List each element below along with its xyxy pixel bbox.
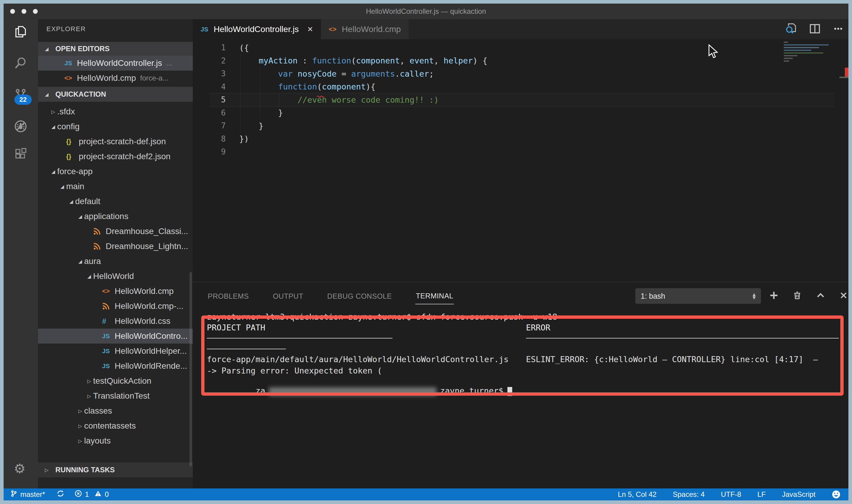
line-number: 3 xyxy=(193,69,226,78)
panel-tab-problems[interactable]: PROBLEMS xyxy=(207,287,249,304)
sync-status[interactable] xyxy=(57,489,64,500)
minimize-window-button[interactable] xyxy=(21,9,26,14)
problems-status[interactable]: 1 0 xyxy=(74,489,109,500)
tree-item[interactable]: Dreamhouse_Lightn... xyxy=(38,239,193,254)
tree-item[interactable]: Dreamhouse_Classi... xyxy=(38,224,193,239)
tree-item[interactable]: ▷.sfdx xyxy=(38,104,193,119)
more-actions-icon[interactable] xyxy=(832,22,844,37)
open-changes-icon[interactable] xyxy=(784,22,798,37)
line-number: 9 xyxy=(193,147,226,156)
chevron-expanded-icon[interactable]: ◢ xyxy=(49,124,57,130)
running-tasks-header[interactable]: ▷ RUNNING TASKS xyxy=(38,463,193,478)
line-number: 8 xyxy=(193,134,226,143)
kill-terminal-icon[interactable] xyxy=(793,291,802,301)
branch-status[interactable]: master* xyxy=(10,489,45,500)
search-icon[interactable] xyxy=(14,56,28,70)
open-editor-item[interactable]: JSHelloWorldController.js... xyxy=(38,56,193,71)
close-window-button[interactable] xyxy=(10,9,15,14)
file-label: project-scratch-def2.json xyxy=(79,152,171,161)
status-item[interactable]: JavaScript xyxy=(782,490,815,499)
code-line: 3 var nosyCode = arguments.caller; xyxy=(193,67,434,80)
settings-gear-icon[interactable]: ⚙ xyxy=(14,462,28,475)
tree-item[interactable]: ▷classes xyxy=(38,403,193,418)
extensions-icon[interactable] xyxy=(14,147,28,161)
chevron-expanded-icon[interactable]: ◢ xyxy=(76,214,84,219)
file-label: aura xyxy=(84,256,101,266)
js-icon: JS xyxy=(102,347,115,355)
code-editor[interactable]: 1({2 myAction : function(component, even… xyxy=(193,39,848,282)
feedback-smiley-icon[interactable] xyxy=(832,490,841,499)
tree-item[interactable]: JSHelloWorldContro... xyxy=(38,329,193,344)
debug-icon[interactable] xyxy=(14,120,28,133)
terminal-select[interactable]: 1: bash ▲▼ xyxy=(635,288,761,304)
chevron-expanded-icon[interactable]: ◢ xyxy=(85,273,93,279)
chevron-expanded-icon[interactable]: ◢ xyxy=(67,199,75,204)
chevron-collapsed-icon[interactable]: ▷ xyxy=(49,109,57,115)
tree-item[interactable]: HelloWorld.cmp-... xyxy=(38,299,193,314)
status-bar: master* 1 0 Ln 5, Col 42Spaces: 4UTF-8LF… xyxy=(4,488,848,500)
close-panel-icon[interactable] xyxy=(839,291,848,301)
overview-ruler-error-marker xyxy=(845,68,848,78)
sidebar-title: EXPLORER xyxy=(47,25,86,33)
scrollbar-slider[interactable] xyxy=(839,77,848,78)
chevron-collapsed-icon[interactable]: ▷ xyxy=(85,393,93,399)
chevron-collapsed-icon[interactable]: ▷ xyxy=(76,438,84,444)
chevron-collapsed-icon[interactable]: ▷ xyxy=(85,378,93,384)
file-tree: ▷.sfdx◢config{}project-scratch-def.json{… xyxy=(38,104,193,448)
editor-tab[interactable]: <>HelloWorld.cmp xyxy=(321,19,409,39)
open-editors-list: JSHelloWorldController.js...<>HelloWorld… xyxy=(38,56,193,86)
chevron-expanded-icon[interactable]: ◢ xyxy=(49,169,57,175)
split-editor-icon[interactable] xyxy=(808,22,821,37)
panel-tab-output[interactable]: OUTPUT xyxy=(272,287,304,304)
minimap[interactable] xyxy=(784,41,839,63)
tree-item[interactable]: ▷TranslationTest xyxy=(38,389,193,403)
explorer-sidebar: EXPLORER ◢ OPEN EDITORS JSHelloWorldCont… xyxy=(38,19,193,488)
new-terminal-icon[interactable] xyxy=(769,291,779,301)
tree-item[interactable]: ▷contentassets xyxy=(38,418,193,433)
zoom-window-button[interactable] xyxy=(33,9,38,14)
explorer-icon[interactable] xyxy=(14,25,28,39)
close-tab-icon[interactable]: ✕ xyxy=(307,25,313,34)
chevron-collapsed-icon[interactable]: ▷ xyxy=(76,423,84,429)
tree-item[interactable]: JSHelloWorldRende... xyxy=(38,359,193,374)
line-number: 6 xyxy=(193,108,226,117)
file-label: HelloWorldRende... xyxy=(115,361,187,371)
scm-count-badge: 22 xyxy=(14,94,32,105)
file-path-suffix: ... xyxy=(166,59,172,67)
tree-item[interactable]: {}project-scratch-def2.json xyxy=(38,149,193,164)
status-item[interactable]: UTF-8 xyxy=(721,490,741,499)
open-editor-item[interactable]: <>HelloWorld.cmpforce-a... xyxy=(38,71,193,86)
chevron-expanded-icon: ◢ xyxy=(43,92,51,97)
code-line: 7 } xyxy=(193,119,263,132)
tree-item[interactable]: ◢applications xyxy=(38,209,193,224)
status-item[interactable]: LF xyxy=(758,490,766,499)
tree-item[interactable]: ◢default xyxy=(38,194,193,209)
panel-tab-debug-console[interactable]: DEBUG CONSOLE xyxy=(326,287,392,304)
maximize-panel-icon[interactable] xyxy=(816,291,826,301)
tree-item[interactable]: ◢aura xyxy=(38,254,193,269)
tree-item[interactable]: ▷layouts xyxy=(38,433,193,448)
sidebar-scrollbar[interactable] xyxy=(190,272,192,467)
tree-item[interactable]: ▷testQuickAction xyxy=(38,374,193,389)
status-item[interactable]: Spaces: 4 xyxy=(673,490,705,499)
tree-item[interactable]: ◢force-app xyxy=(38,164,193,179)
panel-tab-terminal[interactable]: TERMINAL xyxy=(415,287,454,304)
title-bar[interactable]: HelloWorldController.js — quickaction xyxy=(4,4,848,19)
open-editors-header[interactable]: ◢ OPEN EDITORS xyxy=(38,42,193,56)
status-item[interactable]: Ln 5, Col 42 xyxy=(618,490,657,499)
editor-tab[interactable]: JSHelloWorldController.js✕ xyxy=(193,19,321,39)
tree-item[interactable]: ◢main xyxy=(38,179,193,194)
chevron-collapsed-icon[interactable]: ▷ xyxy=(76,408,84,414)
tree-item[interactable]: JSHelloWorldHelper... xyxy=(38,344,193,359)
tree-item[interactable]: #HelloWorld.css xyxy=(38,314,193,329)
file-label: HelloWorldController.js xyxy=(77,58,162,68)
tree-item[interactable]: ◢HelloWorld xyxy=(38,269,193,284)
tree-item[interactable]: ◢config xyxy=(38,119,193,134)
line-number: 7 xyxy=(193,121,226,130)
tree-item[interactable]: <>HelloWorld.cmp xyxy=(38,284,193,299)
chevron-expanded-icon[interactable]: ◢ xyxy=(58,184,66,190)
folder-section-header[interactable]: ◢ QUICKACTION xyxy=(38,87,193,102)
js-icon: JS xyxy=(200,26,208,33)
chevron-expanded-icon[interactable]: ◢ xyxy=(76,258,84,264)
tree-item[interactable]: {}project-scratch-def.json xyxy=(38,134,193,149)
